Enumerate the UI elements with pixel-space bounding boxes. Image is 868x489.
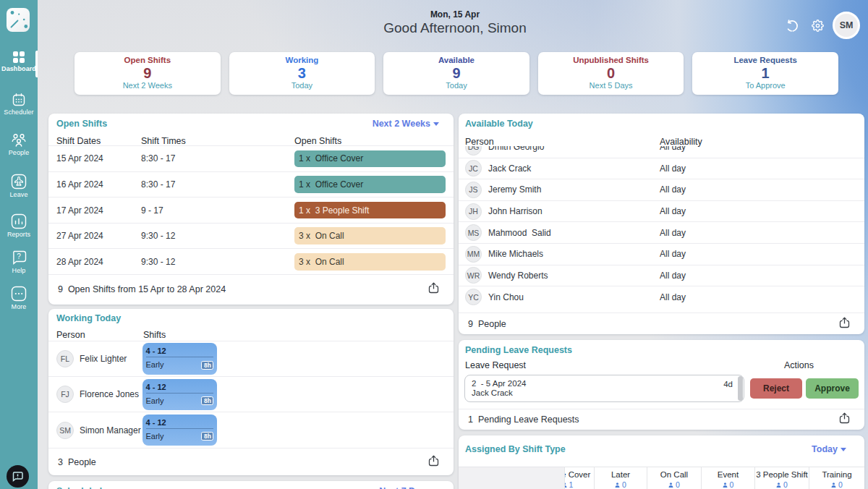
svg-text:?: ? (17, 252, 21, 260)
